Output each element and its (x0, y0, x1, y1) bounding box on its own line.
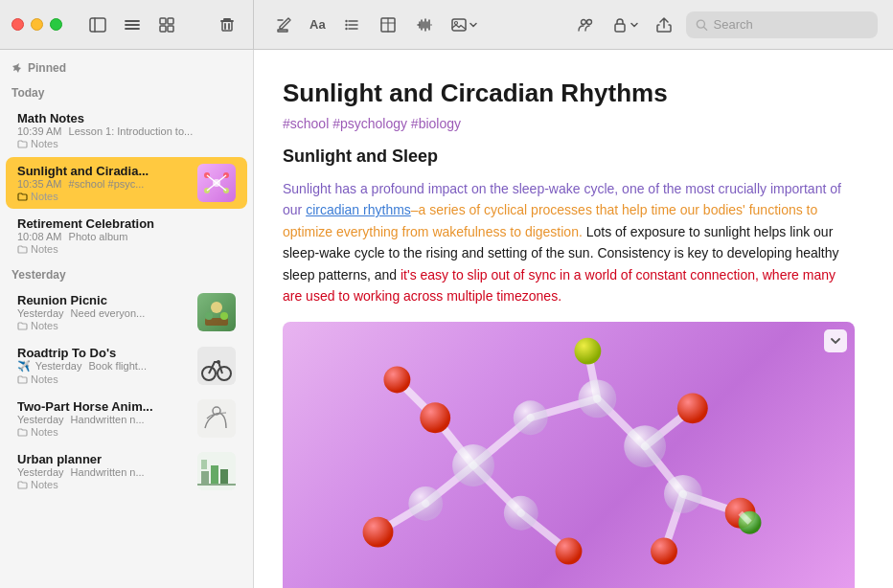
note-title: Urban planner (17, 452, 190, 466)
main-area: Pinned Today Math Notes 10:39 AM Lesson … (0, 50, 893, 588)
note-footer: Notes (17, 479, 190, 490)
note-subtitle: Sunlight and Sleep (283, 147, 855, 167)
note-preview: Handwritten n... (71, 466, 145, 478)
molecule-svg (283, 322, 855, 588)
table-icon (379, 16, 397, 34)
note-folder: Notes (31, 373, 58, 385)
note-item-urban[interactable]: Urban planner Yesterday Handwritten n...… (6, 445, 247, 497)
photo-icon (450, 16, 468, 34)
svg-point-51 (217, 360, 220, 364)
note-item-sunlight[interactable]: Sunlight and Ciradia... 10:35 AM #school… (6, 157, 247, 209)
svg-point-79 (420, 403, 450, 434)
audio-button[interactable] (410, 11, 439, 39)
body-text-circadian: circadian rhythms (306, 202, 411, 217)
svg-rect-9 (222, 21, 232, 31)
svg-point-75 (624, 426, 666, 468)
note-footer: Notes (17, 426, 190, 438)
svg-point-86 (574, 338, 601, 365)
svg-point-50 (218, 367, 231, 380)
window-toolbar: Aa (0, 0, 893, 50)
collaborate-button[interactable] (571, 11, 600, 39)
note-title: Sunlight and Ciradia... (17, 164, 190, 178)
share-button[interactable] (650, 11, 678, 39)
folder-icon (17, 139, 28, 149)
note-title: Reunion Picnic (17, 293, 190, 307)
horse-thumb (197, 399, 236, 438)
traffic-lights (11, 18, 62, 31)
svg-line-42 (217, 175, 226, 183)
note-preview: Book flight... (88, 360, 147, 372)
folder-icon (17, 192, 28, 202)
note-toolbar: Aa (254, 11, 893, 39)
note-time: Yesterday (17, 414, 64, 425)
picnic-thumb (197, 293, 236, 331)
sidebar: Pinned Today Math Notes 10:39 AM Lesson … (0, 50, 254, 588)
compose-icon (275, 16, 292, 34)
note-item-math[interactable]: Math Notes 10:39 AM Lesson 1: Introducti… (6, 104, 247, 156)
sidebar-toolbar (0, 0, 254, 49)
chevron-down-icon (469, 21, 477, 29)
svg-point-45 (211, 302, 222, 313)
svg-rect-53 (201, 471, 209, 485)
note-info: Roadtrip To Do's ✈️ Yesterday Book fligh… (17, 346, 190, 385)
note-meta: Yesterday Need everyon... (17, 307, 190, 319)
search-input[interactable] (714, 17, 868, 32)
note-time: Yesterday (35, 360, 82, 372)
note-item-roadtrip[interactable]: Roadtrip To Do's ✈️ Yesterday Book fligh… (6, 339, 247, 392)
bike-thumb (197, 347, 236, 385)
search-box[interactable] (686, 11, 878, 38)
table-button[interactable] (374, 11, 402, 39)
svg-point-78 (408, 486, 443, 521)
note-item-retirement[interactable]: Retirement Celebration 10:08 AM Photo al… (6, 210, 247, 261)
sidebar-icon (89, 16, 106, 34)
svg-rect-54 (211, 465, 218, 485)
note-title: Math Notes (17, 111, 236, 125)
list-view-button[interactable] (118, 11, 147, 39)
note-info: Two-Part Horse Anim... Yesterday Handwri… (17, 399, 190, 438)
svg-point-77 (504, 496, 538, 531)
svg-rect-29 (452, 19, 466, 31)
note-footer: Notes (17, 243, 236, 255)
delete-button[interactable] (213, 11, 241, 39)
grid-view-button[interactable] (152, 11, 181, 39)
folder-icon (17, 480, 28, 490)
svg-point-14 (345, 27, 347, 29)
svg-point-80 (677, 394, 708, 424)
svg-point-85 (651, 538, 677, 565)
toggle-sidebar-button[interactable] (83, 11, 112, 39)
folder-icon (17, 427, 28, 438)
note-folder: Notes (31, 479, 58, 490)
note-item-horse[interactable]: Two-Part Horse Anim... Yesterday Handwri… (6, 393, 247, 444)
svg-line-43 (207, 183, 217, 191)
svg-point-13 (345, 23, 347, 25)
new-note-button[interactable] (269, 11, 298, 39)
svg-rect-5 (160, 18, 166, 24)
note-meta: ✈️ Yesterday Book flight... (17, 360, 190, 373)
lock-button[interactable] (607, 11, 642, 39)
note-item-reunion[interactable]: Reunion Picnic Yesterday Need everyon...… (6, 286, 247, 338)
note-meta: 10:08 AM Photo album (17, 231, 236, 242)
pinned-section: Pinned (0, 57, 253, 80)
pinned-label: Pinned (28, 61, 66, 75)
note-body: Sunlight has a profound impact on the sl… (283, 178, 855, 306)
folder-icon (17, 374, 28, 385)
format-button[interactable]: Aa (306, 11, 330, 39)
svg-rect-7 (160, 26, 166, 32)
note-thumbnail (197, 164, 236, 202)
note-info: Math Notes 10:39 AM Lesson 1: Introducti… (17, 111, 236, 149)
media-button[interactable] (446, 11, 481, 39)
expand-image-button[interactable] (824, 329, 847, 352)
note-info: Sunlight and Ciradia... 10:35 AM #school… (17, 164, 190, 202)
note-folder: Notes (31, 426, 58, 438)
note-thumbnail-horse (197, 399, 236, 438)
urban-thumb (197, 452, 236, 490)
fullscreen-button[interactable] (50, 18, 62, 31)
svg-rect-6 (168, 18, 173, 24)
close-button[interactable] (11, 18, 24, 31)
molecule-thumb-svg (197, 164, 236, 202)
svg-line-35 (704, 27, 707, 30)
svg-point-31 (582, 19, 586, 24)
checklist-button[interactable] (337, 11, 366, 39)
minimize-button[interactable] (31, 18, 43, 31)
svg-rect-0 (90, 18, 105, 32)
